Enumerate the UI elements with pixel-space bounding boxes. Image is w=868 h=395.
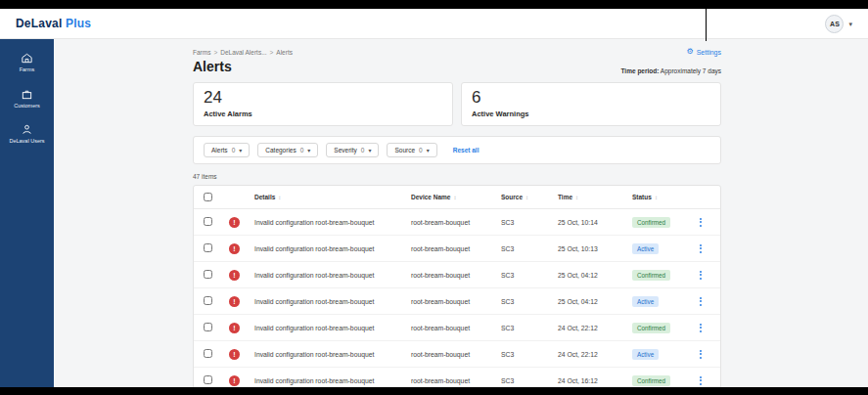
row-device-name: root-bream-bouquet xyxy=(411,351,501,358)
filter-label: Alerts xyxy=(211,147,228,154)
row-device-name: root-bream-bouquet xyxy=(411,377,501,384)
row-time: 25 Oct, 10:14 xyxy=(558,219,632,226)
items-count: 47 items xyxy=(193,173,721,180)
row-menu-icon[interactable] xyxy=(697,218,705,227)
column-header-device-name[interactable]: Device Name ↕ xyxy=(411,194,501,200)
status-badge: Confirmed xyxy=(632,270,670,281)
top-bar: DeLaval Plus AS ▾ xyxy=(0,9,868,39)
table-header-row: Details ↕ Device Name ↕ Source ↕ Time xyxy=(194,186,720,209)
avatar[interactable]: AS xyxy=(825,15,844,33)
filter-count: 0 xyxy=(300,147,304,154)
breadcrumb-item[interactable]: Farms xyxy=(193,49,210,56)
breadcrumb-separator: > xyxy=(213,49,217,56)
select-all-checkbox[interactable] xyxy=(204,193,212,201)
filter-dropdown[interactable]: Source 0 ▾ xyxy=(387,143,436,157)
row-device-name: root-bream-bouquet xyxy=(411,272,501,279)
sidebar-item-label: Farms xyxy=(20,66,35,73)
sidebar-item-customers[interactable]: Customers xyxy=(3,88,52,110)
status-badge: Active xyxy=(632,296,659,307)
account-menu[interactable]: AS ▾ xyxy=(825,15,852,33)
delaval-plus-logo[interactable]: DeLaval Plus xyxy=(16,17,91,30)
row-time: 24 Oct, 22:12 xyxy=(558,351,632,358)
row-menu-icon[interactable] xyxy=(697,297,705,306)
filter-count: 0 xyxy=(419,147,423,154)
row-details: Invalid configuration root-bream-bouquet xyxy=(254,219,411,226)
filter-dropdown[interactable]: Alerts 0 ▾ xyxy=(204,143,250,157)
page-title: Alerts xyxy=(193,59,232,74)
row-details: Invalid configuration root-bream-bouquet xyxy=(254,298,411,305)
row-source: SC3 xyxy=(501,351,558,358)
row-menu-icon[interactable] xyxy=(697,271,705,280)
row-menu-icon[interactable] xyxy=(697,244,705,253)
gear-icon: ⚙ xyxy=(687,48,694,56)
active-warnings-card: 6 Active Warnings xyxy=(461,82,721,126)
sort-icon[interactable]: ↕ xyxy=(525,195,528,200)
sidebar: Farms Customers DeLaval Users xyxy=(0,39,54,387)
row-checkbox[interactable] xyxy=(204,323,212,331)
row-checkbox[interactable] xyxy=(204,349,212,358)
row-details: Invalid configuration root-bream-bouquet xyxy=(254,245,411,252)
row-device-name: root-bream-bouquet xyxy=(411,325,501,331)
column-header-time[interactable]: Time ↕ xyxy=(558,194,632,200)
filter-bar: Alerts 0 ▾ Categories 0 ▾ Severity 0 ▾ xyxy=(193,136,721,164)
time-period-value: Approximately 7 days xyxy=(661,67,721,74)
table-row: ! Invalid configuration root-bream-bouqu… xyxy=(194,368,720,387)
customers-icon xyxy=(21,88,33,101)
row-time: 25 Oct, 04:12 xyxy=(558,298,632,305)
sort-icon[interactable]: ↕ xyxy=(278,195,281,200)
chevron-down-icon: ▾ xyxy=(368,148,371,154)
row-source: SC3 xyxy=(501,272,558,279)
alerts-table: Details ↕ Device Name ↕ Source ↕ Time xyxy=(193,185,721,387)
column-header-status[interactable]: Status ↕ xyxy=(632,194,697,200)
time-period-label: Time period: xyxy=(621,67,660,74)
chevron-down-icon: ▾ xyxy=(307,148,310,154)
filter-dropdown[interactable]: Severity 0 ▾ xyxy=(326,143,379,157)
sort-icon[interactable]: ↕ xyxy=(655,195,658,200)
row-time: 25 Oct, 04:12 xyxy=(558,272,632,279)
app-window: DeLaval Plus AS ▾ Farms Customers xyxy=(0,9,868,387)
reset-all-button[interactable]: Reset all xyxy=(453,147,480,154)
filter-dropdown[interactable]: Categories 0 ▾ xyxy=(257,143,318,157)
breadcrumb-item[interactable]: DeLaval Alerts... xyxy=(220,49,266,56)
sort-icon[interactable]: ↕ xyxy=(575,195,578,200)
table-row: ! Invalid configuration root-bream-bouqu… xyxy=(194,341,720,368)
breadcrumb-item[interactable]: Alerts xyxy=(276,49,293,56)
row-checkbox[interactable] xyxy=(204,375,212,384)
row-menu-icon[interactable] xyxy=(697,376,705,385)
row-device-name: root-bream-bouquet xyxy=(411,245,501,252)
filter-label: Severity xyxy=(334,147,356,154)
row-menu-icon[interactable] xyxy=(697,324,705,332)
row-checkbox[interactable] xyxy=(204,296,212,305)
alarm-icon: ! xyxy=(229,323,240,333)
alarm-icon: ! xyxy=(229,270,240,281)
row-details: Invalid configuration root-bream-bouquet xyxy=(254,325,411,331)
table-row: ! Invalid configuration root-bream-bouqu… xyxy=(194,209,720,236)
filter-count: 0 xyxy=(232,147,236,154)
row-checkbox[interactable] xyxy=(204,243,212,252)
column-header-source[interactable]: Source ↕ xyxy=(501,194,558,200)
row-checkbox[interactable] xyxy=(204,217,212,226)
row-source: SC3 xyxy=(501,298,558,305)
status-badge: Active xyxy=(632,243,659,254)
sidebar-item-farms[interactable]: Farms xyxy=(3,52,52,73)
chevron-down-icon: ▾ xyxy=(239,148,242,154)
status-badge: Confirmed xyxy=(632,217,670,228)
row-source: SC3 xyxy=(501,377,558,384)
filter-count: 0 xyxy=(361,147,365,154)
row-checkbox[interactable] xyxy=(204,270,212,279)
time-period: Time period: Approximately 7 days xyxy=(621,67,721,74)
sort-icon[interactable]: ↕ xyxy=(453,195,456,200)
active-warnings-label: Active Warnings xyxy=(472,110,710,118)
row-source: SC3 xyxy=(501,219,558,226)
breadcrumb-separator: > xyxy=(270,49,274,56)
settings-button[interactable]: ⚙ Settings xyxy=(687,48,721,56)
alarm-icon: ! xyxy=(229,243,240,254)
column-header-details[interactable]: Details ↕ xyxy=(254,194,411,200)
row-menu-icon[interactable] xyxy=(697,350,705,359)
table-row: ! Invalid configuration root-bream-bouqu… xyxy=(194,236,720,262)
main-area: Farms>DeLaval Alerts...>Alerts ⚙ Setting… xyxy=(54,39,868,387)
active-warnings-value: 6 xyxy=(472,89,710,108)
sidebar-item-delaval-users[interactable]: DeLaval Users xyxy=(3,123,52,145)
row-details: Invalid configuration root-bream-bouquet xyxy=(254,377,411,384)
row-details: Invalid configuration root-bream-bouquet xyxy=(254,351,411,358)
